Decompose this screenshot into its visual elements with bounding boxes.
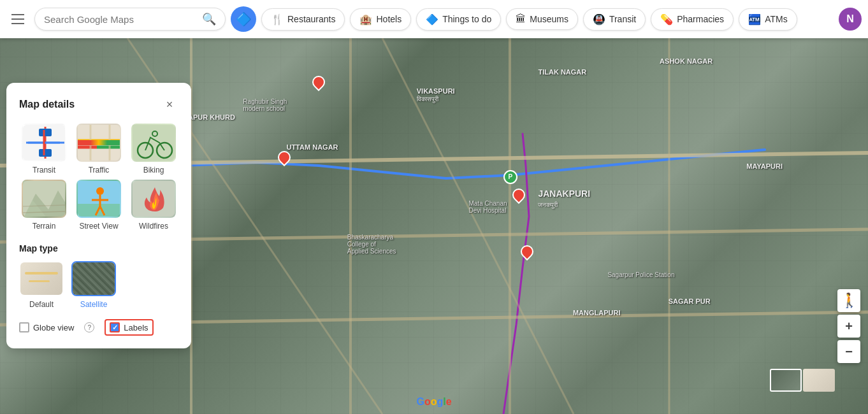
map-label-janakpuri: JANAKPURIजनकपुरी [538,189,590,209]
nav-pill-label: Things to do [442,14,491,24]
map-type-satellite-icon [71,261,116,296]
labels-checkbox-item[interactable]: Labels [105,319,153,336]
nav-pill-restaurants[interactable]: 🍴 Restaurants [261,8,345,31]
globe-view-help-icon[interactable]: ? [84,322,94,332]
satellite-mini-btn[interactable] [770,369,802,392]
map-type-grid: Default Satellite [19,261,178,309]
panel-header: Map details × [19,96,178,113]
museums-icon: 🏛 [516,13,526,25]
nav-pill-label: Transit [609,14,636,24]
globe-view-checkbox[interactable] [19,322,29,332]
search-container: 🔍 [34,8,226,31]
map-label-ashok-nagar: ASHOK NAGAR [660,57,712,65]
map-label-manglapuri: MANGLAPURI [573,309,621,317]
map-label-vikaspuri: VIKASPURIविकासपुरी [417,87,455,103]
map-option-wildfires[interactable]: Wildfires [129,180,178,231]
terrain-option-icon [22,180,66,218]
transit-option-icon [22,124,66,162]
map-type-default-label: Default [29,300,54,309]
search-icon[interactable]: 🔍 [202,12,216,26]
user-avatar[interactable]: N [839,8,862,31]
hospital-marker-3 [509,186,527,204]
map-label-sagar-pur: SAGAR PUR [669,297,711,305]
map-option-transit[interactable]: Transit [19,124,69,175]
top-bar: 🔍 🔷 🍴 Restaurants 🏨 Hotels 🔷 Things to d… [0,0,868,38]
map-options-grid: Transit Traffic [19,124,178,231]
globe-view-label: Globe view [33,323,74,332]
map-type-section: Map type Default Satellite [19,243,178,309]
nav-pill-transit[interactable]: 🚇 Transit [583,8,646,31]
map-type-mini-buttons [770,369,835,392]
map-label-tilak-nagar: TILAK NAGAR [538,68,586,76]
nav-pill-label: ATMs [765,14,788,24]
map-label-bhaskaracharya: BhaskaracharyaCollege ofApplied Sciences [347,234,396,255]
hotels-icon: 🏨 [359,13,372,25]
pharmacies-icon: 💊 [660,13,673,25]
hamburger-menu-button[interactable] [6,8,29,31]
nav-pill-label: Pharmacies [677,14,724,24]
map-option-streetview[interactable]: Street View [74,180,124,231]
transit-icon: 🚇 [593,13,605,25]
nav-pill-label: Restaurants [287,14,335,24]
directions-icon: 🔷 [236,11,252,27]
map-option-traffic[interactable]: Traffic [74,124,124,175]
traffic-option-icon [76,124,121,162]
google-watermark: Google [416,396,451,408]
transit-option-label: Transit [33,166,55,175]
map-label-raghubir: Raghubir Singhmodern school [243,98,287,112]
nav-pill-atms[interactable]: 🏧 ATMs [739,8,797,31]
hospital-marker-2 [275,148,293,166]
streetview-option-icon [76,180,121,218]
map-option-biking[interactable]: Biking [129,124,178,175]
labels-label: Labels [124,323,148,332]
wildfires-option-icon [131,180,176,218]
map-type-title: Map type [19,243,178,253]
checkboxes-row: Globe view ? Labels [19,319,178,336]
labels-checkbox[interactable] [110,322,120,332]
map-label-uttam-nagar: UTTAM NAGAR [286,143,338,151]
globe-view-checkbox-item[interactable]: Globe view [19,322,74,332]
directions-button[interactable]: 🔷 [231,6,256,32]
hospital-marker-1 [310,73,328,91]
hospital-marker-4 [518,242,536,260]
map-label-sagarpur-police: Sagarpur Police Station [607,271,674,278]
map-label-mayapuri: MAYAPURI [746,162,783,170]
streetview-option-label: Street View [79,222,118,231]
map-type-default[interactable]: Default [19,261,64,309]
panel-close-button[interactable]: × [161,96,178,113]
zoom-out-button[interactable]: − [837,340,860,363]
search-input[interactable] [44,14,202,25]
map-controls-right: 🚶 + − [837,289,860,363]
map-type-default-icon [19,261,64,296]
nav-pill-hotels[interactable]: 🏨 Hotels [350,8,411,31]
panel-title: Map details [19,99,75,110]
biking-option-icon [131,124,176,162]
nav-pill-things-to-do[interactable]: 🔷 Things to do [416,8,501,31]
terrain-mini-btn[interactable] [803,369,835,392]
svg-line-8 [382,38,574,414]
nav-pill-museums[interactable]: 🏛 Museums [506,8,578,30]
nav-pills: 🍴 Restaurants 🏨 Hotels 🔷 Things to do 🏛 … [261,8,797,31]
things-to-do-icon: 🔷 [426,13,438,25]
map-label-mata-chanan: Mata ChananDevi Hospital [468,200,507,214]
map-details-panel: Map details × Transit [6,83,191,348]
svg-point-31 [96,187,104,195]
map-option-terrain[interactable]: Terrain [19,180,69,231]
map-area: VIKASPURIविकासपुरी JANAKPURIजनकपुरी UTTA… [0,38,868,414]
street-view-person-button[interactable]: 🚶 [837,289,860,312]
wildfires-option-label: Wildfires [139,222,168,231]
green-marker: P [503,170,517,184]
nav-pill-pharmacies[interactable]: 💊 Pharmacies [651,8,734,31]
svg-rect-13 [39,149,52,157]
traffic-option-label: Traffic [89,166,110,175]
terrain-option-label: Terrain [33,222,56,231]
svg-rect-14 [78,125,121,162]
zoom-in-button[interactable]: + [837,315,860,338]
restaurants-icon: 🍴 [271,13,284,25]
map-type-satellite-label: Satellite [80,300,108,309]
svg-rect-12 [39,129,52,136]
nav-pill-label: Hotels [376,14,401,24]
map-type-satellite[interactable]: Satellite [71,261,116,309]
atms-icon: 🏧 [748,13,761,25]
biking-option-label: Biking [143,166,164,175]
